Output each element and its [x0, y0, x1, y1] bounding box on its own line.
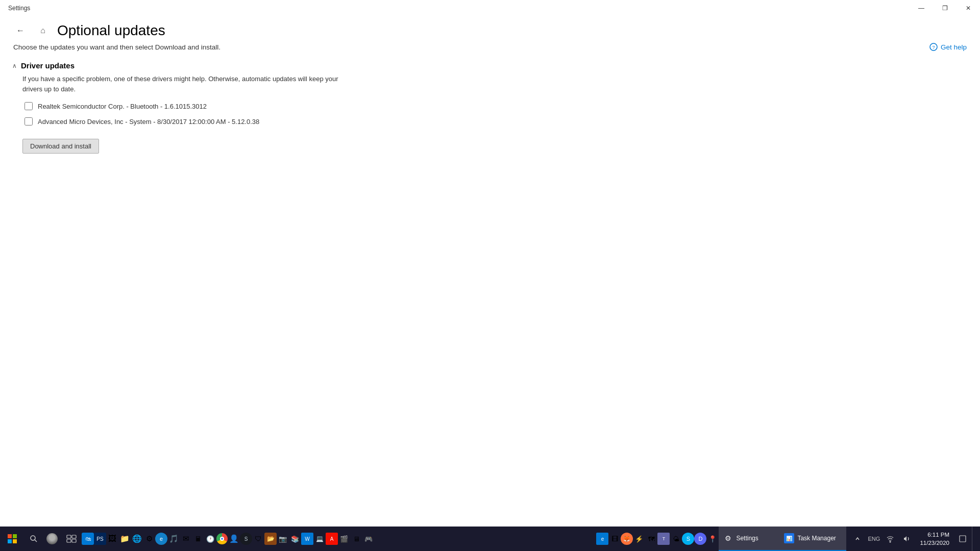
- search-button[interactable]: [24, 527, 43, 551]
- taskbar-clock[interactable]: 6:11 PM 11/23/2020: [916, 531, 953, 547]
- subtitle-text: Choose the updates you want and then sel…: [13, 43, 220, 51]
- taskbar-icon-explorer[interactable]: 📁: [118, 527, 131, 551]
- driver-updates-section: ∧ Driver updates If you have a specific …: [12, 61, 968, 154]
- taskbar-taskmgr-active[interactable]: 📊 Task Manager: [780, 527, 846, 551]
- taskbar-icon-media[interactable]: 🎞: [608, 527, 621, 551]
- taskbar-icon-app4[interactable]: 📍: [706, 527, 719, 551]
- search-icon: [30, 535, 38, 543]
- get-help-label: Get help: [941, 43, 967, 51]
- taskbar-icon-scanner[interactable]: 📷: [277, 527, 289, 551]
- driver-2-checkbox[interactable]: [24, 117, 33, 126]
- download-install-button[interactable]: Download and install: [22, 139, 99, 154]
- subtitle-row: Choose the updates you want and then sel…: [12, 43, 968, 51]
- taskbar-icon-store[interactable]: 🛍: [82, 527, 94, 551]
- language-icon[interactable]: ENG: [867, 527, 881, 551]
- svg-rect-10: [67, 539, 71, 542]
- section-body: If you have a specific problem, one of t…: [22, 74, 968, 154]
- main-content: ← ⌂ Optional updates Choose the updates …: [0, 16, 980, 154]
- svg-rect-5: [13, 539, 17, 543]
- taskbar-icon-people[interactable]: 👤: [228, 527, 240, 551]
- taskbar-icon-terminal[interactable]: PS: [94, 527, 106, 551]
- taskbar-icon-settings2[interactable]: ⚙: [143, 527, 155, 551]
- title-bar-controls: — ❐ ✕: [910, 0, 980, 16]
- taskbar-icon-spotify[interactable]: 🎵: [167, 527, 180, 551]
- home-icon[interactable]: ⌂: [35, 22, 51, 39]
- taskbar-settings-active[interactable]: ⚙ Settings: [719, 527, 780, 551]
- get-help-link[interactable]: ? Get help: [929, 43, 967, 51]
- taskbar-apps: 🛍 PS 🖼 📁 🌐 ⚙ e 🎵 ✉ 🖩 🕐 👤 S 🛡 📂 📷 📚 W 💻 A…: [82, 527, 719, 551]
- taskbar-icon-app2[interactable]: ⚡: [633, 527, 645, 551]
- taskbar-icon-cpu[interactable]: 💻: [313, 527, 326, 551]
- collapse-icon: ∧: [12, 62, 17, 69]
- notification-icon: [959, 535, 966, 542]
- task-manager-taskbar-icon: 📊: [784, 533, 794, 543]
- svg-rect-4: [8, 539, 12, 543]
- svg-rect-9: [72, 535, 76, 538]
- taskbar-icon-skype[interactable]: S: [682, 527, 694, 551]
- show-hidden-icons-button[interactable]: [850, 527, 865, 551]
- taskbar: 🛍 PS 🖼 📁 🌐 ⚙ e 🎵 ✉ 🖩 🕐 👤 S 🛡 📂 📷 📚 W 💻 A…: [0, 527, 980, 551]
- taskbar-icon-browser[interactable]: 🌐: [131, 527, 143, 551]
- taskbar-icon-acrobat[interactable]: A: [326, 527, 338, 551]
- windows-icon: [8, 534, 17, 543]
- taskbar-settings-label: Settings: [736, 535, 758, 542]
- svg-point-6: [31, 536, 35, 540]
- taskbar-icon-folder2[interactable]: 📂: [264, 527, 277, 551]
- section-description: If you have a specific problem, one of t…: [22, 74, 349, 94]
- cortana-icon: [46, 533, 58, 544]
- taskbar-tray: ENG 6:11 PM 11/23/2020: [846, 527, 980, 551]
- title-bar-title: Settings: [8, 5, 30, 12]
- minimize-button[interactable]: —: [910, 0, 933, 16]
- volume-icon[interactable]: [899, 527, 914, 551]
- taskbar-icon-antivirus[interactable]: 🛡: [252, 527, 264, 551]
- driver-1-label[interactable]: Realtek Semiconductor Corp. - Bluetooth …: [38, 103, 207, 110]
- taskbar-icon-edge2[interactable]: e: [596, 527, 608, 551]
- taskbar-icon-weather[interactable]: 🌤: [670, 527, 682, 551]
- driver-item-1: Realtek Semiconductor Corp. - Bluetooth …: [24, 102, 968, 110]
- chevron-up-icon: [855, 536, 860, 541]
- cortana-button[interactable]: [43, 527, 61, 551]
- task-view-icon: [66, 535, 77, 543]
- taskbar-icon-mozilla[interactable]: 🦊: [621, 527, 633, 551]
- clock-date: 11/23/2020: [920, 539, 949, 547]
- svg-rect-13: [960, 536, 966, 542]
- taskbar-icon-steam[interactable]: S: [240, 527, 252, 551]
- taskbar-icon-disc[interactable]: D: [694, 527, 706, 551]
- settings-taskbar-icon: ⚙: [723, 533, 733, 543]
- network-icon[interactable]: [883, 527, 897, 551]
- back-button[interactable]: ←: [12, 22, 29, 39]
- taskbar-icon-mail[interactable]: ✉: [180, 527, 192, 551]
- taskbar-icon-calc[interactable]: 🖩: [192, 527, 204, 551]
- taskbar-icon-clock[interactable]: 🕐: [204, 527, 216, 551]
- taskbar-icon-screen[interactable]: 🖥: [350, 527, 362, 551]
- taskbar-icon-maps[interactable]: 🗺: [645, 527, 657, 551]
- section-header[interactable]: ∧ Driver updates: [12, 61, 968, 70]
- close-button[interactable]: ✕: [957, 0, 980, 16]
- taskbar-icon-winupdate[interactable]: W: [301, 527, 313, 551]
- taskbar-icon-ie[interactable]: e: [155, 527, 167, 551]
- driver-1-checkbox[interactable]: [24, 102, 33, 110]
- start-button[interactable]: [0, 527, 24, 551]
- taskbar-icon-photos[interactable]: 🖼: [106, 527, 118, 551]
- back-arrow-icon: ←: [16, 26, 24, 35]
- restore-button[interactable]: ❐: [933, 0, 957, 16]
- taskbar-icon-reader[interactable]: 📚: [289, 527, 301, 551]
- taskbar-icon-vlc[interactable]: 🎬: [338, 527, 350, 551]
- taskbar-icon-app3[interactable]: T: [657, 527, 670, 551]
- section-title: Driver updates: [21, 61, 75, 70]
- driver-2-label[interactable]: Advanced Micro Devices, Inc - System - 8…: [38, 118, 259, 126]
- page-title: Optional updates: [57, 22, 165, 39]
- taskbar-icon-game[interactable]: 🎮: [362, 527, 375, 551]
- taskbar-icon-chrome[interactable]: [216, 527, 228, 551]
- wifi-icon: [886, 535, 894, 543]
- show-desktop-button[interactable]: [972, 527, 976, 551]
- task-view-button[interactable]: [61, 527, 82, 551]
- speaker-icon: [902, 535, 911, 543]
- svg-rect-11: [72, 539, 76, 542]
- svg-rect-8: [67, 535, 71, 538]
- svg-text:?: ?: [932, 45, 935, 50]
- clock-time: 6:11 PM: [927, 531, 949, 539]
- svg-point-12: [890, 541, 891, 542]
- svg-line-7: [35, 540, 37, 542]
- action-center-icon[interactable]: [955, 527, 970, 551]
